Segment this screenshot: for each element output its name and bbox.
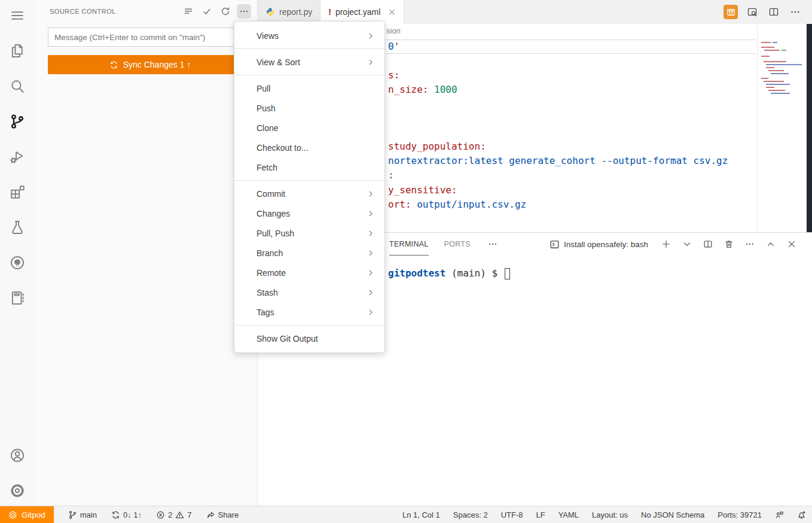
minimap-line bbox=[771, 93, 790, 94]
menu-separator bbox=[234, 48, 384, 49]
git-branch-icon bbox=[10, 114, 25, 129]
menu-item-push[interactable]: Push bbox=[234, 98, 384, 118]
menu-item-label: Pull, Push bbox=[257, 229, 294, 238]
panel-tab-terminal[interactable]: TERMINAL bbox=[389, 233, 429, 256]
prompt-segment: (main) $ bbox=[445, 267, 503, 280]
menu-item-commit[interactable]: Commit bbox=[234, 184, 384, 203]
share-icon bbox=[206, 510, 215, 519]
menu-item-pull-push[interactable]: Pull, Push bbox=[234, 223, 384, 243]
status-cursor-position[interactable]: Ln 1, Col 1 bbox=[402, 510, 440, 519]
sync-changes-button[interactable]: Sync Changes 1 ↑ bbox=[48, 55, 252, 74]
activity-bar-explorer[interactable] bbox=[10, 43, 25, 59]
menu-item-label: Push bbox=[257, 104, 276, 113]
status-ports[interactable]: Ports: 39721 bbox=[718, 510, 762, 519]
submenu-chevron-icon bbox=[367, 269, 375, 277]
tab-report.py[interactable]: report.py bbox=[258, 0, 320, 24]
open-table-preview-button[interactable] bbox=[724, 5, 738, 19]
editor-more-actions-button[interactable] bbox=[788, 5, 802, 19]
activity-bar-menu-toggle[interactable] bbox=[10, 8, 25, 23]
chevron-right-icon bbox=[367, 209, 375, 218]
menu-item-stash[interactable]: Stash bbox=[234, 282, 384, 302]
refresh-button[interactable] bbox=[218, 4, 233, 19]
code-line: ort: output/input.csv.gz bbox=[388, 197, 526, 212]
minimap-line bbox=[771, 73, 789, 74]
more-actions-button[interactable] bbox=[237, 4, 251, 19]
open-preview-button[interactable] bbox=[745, 5, 759, 19]
panel-tabs: TERMINALPORTS bbox=[389, 233, 499, 256]
status-json-schema[interactable]: No JSON Schema bbox=[641, 510, 704, 519]
new-terminal-button[interactable] bbox=[660, 238, 673, 251]
menu-separator bbox=[234, 325, 384, 326]
status-sync-changes[interactable]: 0↓ 1↑ bbox=[111, 510, 142, 519]
terminal-picker-button[interactable] bbox=[680, 238, 694, 251]
status-notifications[interactable] bbox=[797, 510, 806, 519]
status-indentation-label: Spaces: 2 bbox=[453, 510, 488, 519]
code-line: y_sensitive: bbox=[388, 183, 457, 197]
menu-item-label: Stash bbox=[257, 288, 278, 297]
terminal-prompt[interactable]: gitpodtest (main) $ bbox=[388, 267, 510, 280]
status-problems[interactable]: 27 bbox=[156, 510, 191, 519]
activity-bar-notebooks[interactable] bbox=[10, 290, 25, 306]
menu-item-changes[interactable]: Changes bbox=[234, 203, 384, 223]
activity-bar-extensions[interactable] bbox=[10, 184, 25, 200]
menu-item-label: Tags bbox=[257, 308, 274, 317]
tab-label: project.yaml bbox=[335, 7, 380, 17]
menu-item-tags[interactable]: Tags bbox=[234, 302, 384, 322]
menu-item-label: Changes bbox=[257, 209, 290, 218]
status-json-schema-label: No JSON Schema bbox=[641, 510, 704, 519]
close-panel-button[interactable] bbox=[785, 238, 798, 251]
split-terminal-button[interactable] bbox=[701, 238, 715, 251]
status-share[interactable]: Share bbox=[206, 510, 239, 519]
commit-button[interactable] bbox=[200, 4, 214, 19]
commit-message-input[interactable] bbox=[48, 28, 252, 47]
panel-more-tabs-button[interactable] bbox=[486, 238, 499, 251]
view-as-list-button[interactable] bbox=[181, 4, 196, 19]
menu-item-clone[interactable]: Clone bbox=[234, 118, 384, 138]
maximize-panel-button[interactable] bbox=[764, 238, 777, 251]
submenu-chevron-icon bbox=[367, 209, 375, 218]
menu-item-view-sort[interactable]: View & Sort bbox=[234, 52, 384, 72]
terminal-cursor bbox=[505, 268, 510, 279]
activity-bar-github[interactable] bbox=[10, 255, 25, 270]
status-feedback[interactable] bbox=[775, 510, 784, 519]
task-label: Install opensafely: bash bbox=[564, 240, 648, 249]
status-gitpod-remote[interactable]: Gitpod bbox=[0, 506, 54, 523]
menu-item-pull[interactable]: Pull bbox=[234, 78, 384, 98]
tab-project.yaml[interactable]: !project.yaml bbox=[320, 0, 404, 24]
activity-bar-account[interactable] bbox=[10, 448, 25, 463]
split-editor-button[interactable] bbox=[767, 5, 781, 19]
close-tab-icon[interactable] bbox=[388, 8, 396, 16]
status-eol[interactable]: LF bbox=[536, 510, 545, 519]
menu-item-branch[interactable]: Branch bbox=[234, 243, 384, 263]
preview-icon bbox=[747, 7, 758, 17]
chevron-right-icon bbox=[367, 229, 375, 238]
status-branch-indicator[interactable]: main bbox=[68, 510, 97, 519]
status-eol-label: LF bbox=[536, 510, 545, 519]
activity-bar-search[interactable] bbox=[10, 78, 25, 94]
menu-item-remote[interactable]: Remote bbox=[234, 263, 384, 282]
status-language-mode[interactable]: YAML bbox=[558, 510, 579, 519]
minimap[interactable] bbox=[757, 24, 804, 232]
activity-bar-testing[interactable] bbox=[10, 220, 25, 235]
status-problems-label: 2 bbox=[168, 510, 172, 519]
panel-tab-ports[interactable]: PORTS bbox=[444, 233, 471, 256]
menu-item-label: Branch bbox=[257, 248, 283, 258]
menu-item-checkout-to-[interactable]: Checkout to... bbox=[234, 138, 384, 157]
terminal-more-actions-button[interactable] bbox=[743, 238, 756, 251]
activity-bar-source-control[interactable] bbox=[10, 114, 25, 129]
activity-bar-run-debug[interactable] bbox=[10, 149, 25, 165]
minimap-line bbox=[764, 61, 786, 62]
menu-item-show-git-output[interactable]: Show Git Output bbox=[234, 329, 384, 348]
beaker-icon bbox=[10, 220, 25, 235]
activity-bar-settings[interactable] bbox=[10, 483, 25, 498]
status-indentation[interactable]: Spaces: 2 bbox=[453, 510, 488, 519]
menu-item-fetch[interactable]: Fetch bbox=[234, 157, 384, 177]
status-encoding[interactable]: UTF-8 bbox=[501, 510, 523, 519]
status-keyboard-layout[interactable]: Layout: us bbox=[592, 510, 628, 519]
chevron-right-icon bbox=[367, 190, 375, 198]
scm-toolbar bbox=[181, 4, 251, 19]
menu-item-views[interactable]: Views bbox=[234, 26, 384, 45]
kill-terminal-button[interactable] bbox=[722, 238, 735, 251]
terminal-task-label[interactable]: Install opensafely: bash bbox=[550, 239, 648, 250]
minimap-line bbox=[766, 64, 802, 65]
